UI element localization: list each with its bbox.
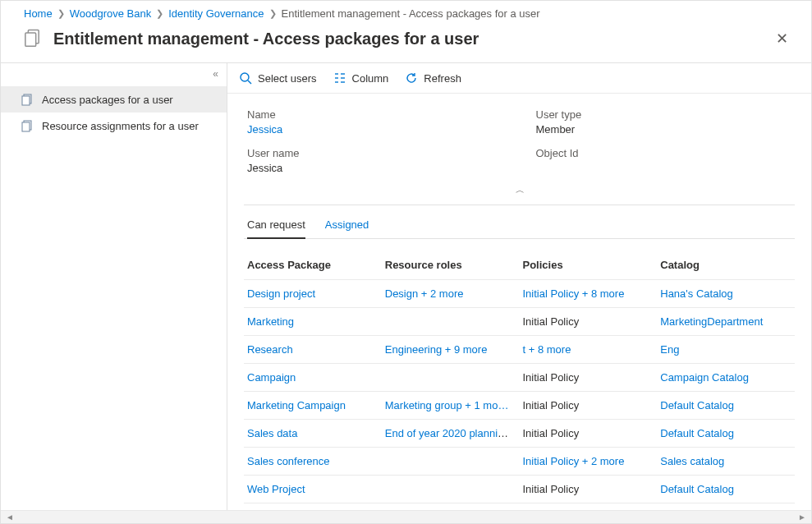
policies-value: Initial Policy [520,420,658,448]
catalog-link[interactable]: Default Catalog [660,399,734,411]
resource-roles-link[interactable]: Design + 2 more [385,287,464,300]
breadcrumb: Home ❯ Woodgrove Bank ❯ Identity Governa… [1,1,811,25]
policies-value: Initial Policy [520,308,658,336]
access-package-link[interactable]: Research [247,343,293,356]
toolbar-label: Select users [258,72,317,85]
scroll-right-icon[interactable]: ► [795,513,810,522]
policies-value: Initial Policy [520,364,658,392]
sidebar-item-resource-assignments[interactable]: Resource assignments for a user [1,113,227,139]
horizontal-scrollbar[interactable]: ◄ ► [1,510,811,523]
svg-line-7 [248,80,251,84]
svg-point-6 [241,73,249,81]
sidebar: « Access packages for a user Resource as… [1,63,227,522]
resource-roles-link[interactable]: End of year 2020 plannin… [385,427,515,439]
catalog-link[interactable]: Default Catalog [660,427,734,439]
catalog-link[interactable]: MarketingDepartment [660,315,763,328]
access-package-link[interactable]: Marketing Campaign [247,399,346,411]
table-row: ResearchEngineering + 9 moret + 8 moreEn… [244,336,795,364]
object-id-label: Object Id [536,147,792,159]
user-info-panel: Name Jessica User type Member User name … [244,94,795,181]
collapse-info-button[interactable]: ︿ [244,181,795,205]
resource-roles-link[interactable]: Engineering + 9 more [385,343,488,356]
policies-value: Initial Policy [520,392,658,420]
svg-rect-3 [22,96,30,105]
catalog-link[interactable]: Eng [660,343,679,356]
access-package-link[interactable]: Marketing [247,315,294,328]
close-button[interactable]: ✕ [769,26,795,51]
catalog-link[interactable]: Sales catalog [660,455,724,467]
chevron-right-icon: ❯ [269,8,277,19]
name-value[interactable]: Jessica [247,123,282,136]
documents-icon [21,27,44,50]
breadcrumb-link[interactable]: Home [24,7,53,20]
access-package-link[interactable]: Sales conference [247,455,329,467]
user-type-label: User type [536,108,792,121]
tab-assigned[interactable]: Assigned [325,218,369,238]
collapse-sidebar-button[interactable]: « [213,68,218,80]
column-button[interactable]: Column [333,71,389,85]
user-type-value: Member [536,123,792,136]
access-package-link[interactable]: Campaign [247,371,296,384]
name-label: Name [247,108,503,121]
chevron-right-icon: ❯ [57,8,65,19]
breadcrumb-link[interactable]: Identity Governance [168,7,264,20]
toolbar-label: Column [352,72,389,85]
table-row: Sales dataEnd of year 2020 plannin…Initi… [244,420,795,448]
svg-rect-1 [25,33,36,46]
access-package-link[interactable]: Sales data [247,427,297,439]
scroll-left-icon[interactable]: ◄ [2,513,17,522]
access-package-link[interactable]: Web Project [247,483,305,495]
policies-value: Initial Policy [520,476,658,503]
table-row: Sales conferenceInitial Policy + 2 moreS… [244,448,795,476]
access-package-link[interactable]: Design project [247,287,315,300]
user-name-value: Jessica [247,162,503,174]
refresh-button[interactable]: Refresh [405,71,461,85]
breadcrumb-current: Entitlement management - Access packages… [282,7,540,20]
title-bar: Entitlement management - Access packages… [1,25,811,63]
resource-roles-link[interactable]: Marketing group + 1 mo… [385,399,509,411]
package-icon [21,93,34,106]
toolbar: Select users Column Refresh [227,63,811,94]
catalog-link[interactable]: Hana's Catalog [660,287,732,300]
package-icon [21,119,34,132]
tabs: Can request Assigned [244,205,795,239]
breadcrumb-link[interactable]: Woodgrove Bank [70,7,152,20]
sidebar-item-label: Access packages for a user [42,94,173,106]
catalog-link[interactable]: Default Catalog [660,483,734,495]
policies-link[interactable]: Initial Policy + 8 more [523,287,625,300]
page-title: Entitlement management - Access packages… [53,30,769,48]
policies-link[interactable]: Initial Policy + 2 more [523,455,625,467]
access-packages-table: Access Package Resource roles Policies C… [244,251,795,522]
toolbar-label: Refresh [424,72,461,85]
svg-rect-5 [22,122,30,131]
table-row: CampaignInitial PolicyCampaign Catalog [244,364,795,392]
tab-can-request[interactable]: Can request [247,218,305,239]
sidebar-item-access-packages[interactable]: Access packages for a user [1,86,227,113]
table-row: MarketingInitial PolicyMarketingDepartme… [244,308,795,336]
select-users-button[interactable]: Select users [239,71,317,85]
policies-link[interactable]: t + 8 more [523,343,571,356]
col-resource-roles[interactable]: Resource roles [382,251,520,280]
sidebar-item-label: Resource assignments for a user [42,120,199,132]
table-row: Web ProjectInitial PolicyDefault Catalog [244,476,795,503]
col-policies[interactable]: Policies [520,251,658,280]
col-catalog[interactable]: Catalog [657,251,795,280]
table-row: Design projectDesign + 2 moreInitial Pol… [244,280,795,308]
chevron-right-icon: ❯ [156,8,163,19]
user-name-label: User name [247,147,503,159]
catalog-link[interactable]: Campaign Catalog [660,371,749,384]
col-access-package[interactable]: Access Package [244,251,382,280]
table-row: Marketing CampaignMarketing group + 1 mo… [244,392,795,420]
